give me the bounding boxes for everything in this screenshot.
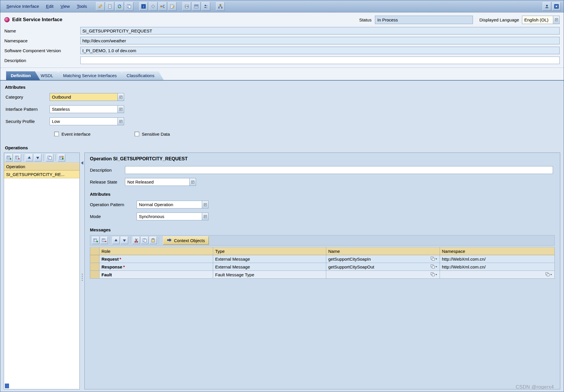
category-combo[interactable]: Outbound (50, 93, 124, 101)
table-icon[interactable] (192, 2, 201, 11)
dropdown-icon[interactable] (202, 201, 208, 208)
name-label: Name (4, 28, 80, 33)
paste-icon[interactable] (149, 237, 157, 244)
sensitive-data-checkbox[interactable] (135, 132, 139, 136)
column-name: Name (326, 247, 440, 255)
menu-bar: Service Interface Edit View Tools i (0, 0, 564, 12)
move-down-icon[interactable] (34, 154, 41, 161)
name-field: SI_GETSUPPORTCITY_REQUEST (80, 27, 560, 35)
type-cell: External Message (213, 263, 326, 271)
arrow-right-icon (167, 238, 172, 243)
move-up-icon[interactable] (26, 154, 33, 161)
dropdown-icon[interactable] (553, 16, 559, 24)
copy-icon[interactable] (125, 2, 133, 11)
messages-toolbar: Context Objects (90, 235, 555, 246)
operation-pattern-combo[interactable]: Normal Operation (137, 201, 208, 208)
value-help-icon[interactable] (431, 257, 438, 261)
delete-row-icon[interactable] (100, 237, 108, 244)
sensitive-data-label: Sensitive Data (142, 132, 170, 137)
delete-row-icon[interactable] (14, 154, 21, 161)
splitter-handle[interactable] (82, 274, 83, 281)
context-objects-label: Context Objects (174, 238, 205, 243)
name-cell[interactable]: getSupportCitySoapOut (326, 263, 440, 271)
menu-tools[interactable]: Tools (74, 3, 90, 10)
name-cell[interactable]: getSupportCitySoapIn (326, 255, 440, 263)
namespace-cell[interactable] (440, 271, 555, 279)
messages-table: Role Type Name Namespace Request* Extern… (90, 247, 555, 279)
user-icon[interactable] (543, 2, 551, 11)
diamond-icon[interactable] (149, 2, 157, 11)
menu-service-interface[interactable]: Service Interface (3, 3, 42, 10)
namespace-cell[interactable]: http://WebXml.com.cn/ (440, 263, 555, 271)
namespace-field: http://dev.com/weather (80, 37, 560, 44)
close-icon[interactable] (552, 2, 561, 11)
service-interface-icon (4, 17, 10, 22)
application-window: Service Interface Edit View Tools i (0, 0, 564, 392)
value-help-icon[interactable] (431, 264, 438, 269)
where-used-icon[interactable] (158, 2, 167, 11)
release-state-label: Release State (90, 179, 125, 184)
value-help-icon[interactable] (545, 272, 552, 277)
collapse-left-icon[interactable] (81, 161, 83, 165)
dropdown-icon[interactable] (117, 106, 124, 113)
dropdown-icon[interactable] (202, 213, 208, 220)
copy-icon[interactable] (141, 237, 148, 244)
assign-icon[interactable] (58, 154, 65, 161)
row-selector[interactable] (90, 271, 99, 279)
event-interface-label: Event interface (61, 132, 90, 137)
tab-matching-service-interfaces[interactable]: Matching Service Interfaces (59, 71, 126, 80)
toolbar-group-hierarchy (216, 2, 225, 11)
row-selector[interactable] (90, 255, 99, 263)
hierarchy-icon[interactable] (216, 2, 225, 11)
sessions-icon[interactable] (202, 2, 210, 11)
add-row-icon[interactable] (92, 237, 99, 244)
dropdown-icon[interactable] (117, 118, 124, 125)
edit-list-icon[interactable] (168, 2, 177, 11)
context-objects-button[interactable]: Context Objects (163, 236, 209, 245)
namespace-cell[interactable]: http://WebXml.com.cn/ (440, 255, 555, 263)
document-icon[interactable] (106, 2, 114, 11)
menu-edit[interactable]: Edit (43, 3, 57, 10)
dropdown-icon[interactable] (117, 93, 124, 101)
tab-definition[interactable]: Definition (6, 71, 40, 80)
svg-text:i: i (143, 5, 144, 8)
panel-grip[interactable] (5, 384, 9, 388)
move-down-icon[interactable] (121, 237, 128, 244)
menu-view[interactable]: View (57, 3, 73, 10)
mode-value: Synchronous (137, 213, 202, 220)
operations-column-header: Operation (4, 163, 79, 170)
name-cell[interactable] (326, 271, 440, 279)
operation-list-item-selected[interactable]: SI_GETSUPPORTCITY_RE... (4, 170, 79, 178)
refresh-icon[interactable] (115, 2, 124, 11)
row-selector-header (90, 247, 99, 255)
mode-combo[interactable]: Synchronous (137, 213, 208, 220)
value-help-icon[interactable] (431, 272, 438, 277)
message-row-fault: Fault Fault Message Type (90, 271, 555, 279)
security-profile-combo[interactable]: Low (50, 117, 124, 125)
info-icon[interactable]: i (139, 2, 148, 11)
panel-splitter[interactable] (80, 153, 84, 389)
message-row-response: Response* External Message getSupportCit… (90, 263, 555, 271)
role-cell: Response* (99, 263, 213, 271)
dropdown-icon[interactable] (189, 178, 196, 186)
add-row-icon[interactable] (5, 154, 13, 161)
event-interface-checkbox[interactable] (54, 132, 59, 136)
page-title: Edit Service Interface (12, 17, 62, 23)
interface-pattern-label: Interface Pattern (6, 107, 50, 112)
pencil-icon[interactable] (96, 2, 105, 11)
language-combo[interactable]: English (OL) (522, 16, 560, 24)
description-input[interactable] (80, 57, 560, 64)
tab-classifications[interactable]: Classifications (122, 71, 164, 80)
cut-icon[interactable] (133, 237, 140, 244)
move-up-icon[interactable] (112, 237, 120, 244)
copy-icon[interactable] (46, 154, 53, 161)
operation-description-label: Description (90, 168, 125, 173)
release-state-combo[interactable]: Not Released (125, 178, 196, 186)
column-role: Role (99, 247, 213, 255)
row-selector[interactable] (90, 263, 99, 271)
interface-pattern-combo[interactable]: Stateless (50, 105, 124, 113)
operations-area: Operation SI_GETSUPPORTCITY_RE... Operat… (4, 153, 560, 389)
operation-description-input[interactable] (125, 166, 553, 174)
toolbar-group-window (543, 2, 561, 11)
print-icon[interactable] (182, 2, 191, 11)
